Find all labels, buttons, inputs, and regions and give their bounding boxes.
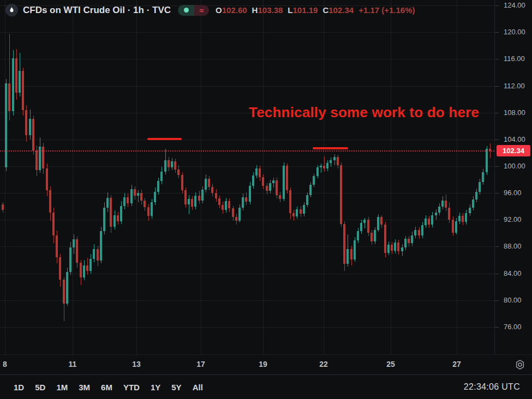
candle (266, 183, 268, 195)
range-button-5y[interactable]: 5Y (170, 382, 183, 393)
range-button-all[interactable]: All (191, 382, 205, 393)
range-button-1m[interactable]: 1M (55, 382, 69, 393)
candle (380, 215, 382, 228)
time-axis-label: 8 (0, 360, 13, 368)
price-axis-label: 76.00 (504, 323, 522, 331)
low-value: L101.19 (288, 5, 318, 15)
candle (181, 172, 183, 194)
price-axis-label: 116.00 (504, 55, 525, 63)
candle (208, 176, 210, 190)
range-button-ytd[interactable]: YTD (122, 382, 141, 393)
candle (160, 167, 163, 184)
candle (89, 254, 92, 274)
candle (188, 195, 190, 215)
candle (458, 213, 461, 224)
candle (117, 212, 119, 225)
candle (252, 172, 254, 188)
price-axis-label: 100.00 (504, 162, 525, 170)
candle (205, 174, 207, 192)
market-status-pill[interactable]: ≈ (178, 5, 209, 16)
time-axis[interactable]: 811131719222527 (0, 354, 532, 374)
time-axis-label: 13 (128, 360, 145, 368)
drawn-marker-line[interactable] (313, 147, 348, 149)
utc-clock[interactable]: 22:34:06 UTC (464, 382, 520, 392)
candle (421, 222, 423, 238)
approx-price-icon: ≈ (194, 5, 209, 16)
candle (151, 199, 153, 219)
candle (140, 190, 142, 204)
candle (154, 188, 156, 205)
candle (15, 49, 17, 100)
price-axis-tick (495, 193, 499, 194)
change-value: +1.17 (+1.16%) (358, 5, 415, 15)
candle (475, 189, 477, 203)
price-axis-tick (495, 140, 499, 140)
candle (326, 160, 328, 171)
candle (472, 196, 474, 210)
candle (174, 159, 176, 173)
range-button-6m[interactable]: 6M (99, 382, 114, 393)
price-axis-tick (495, 246, 499, 247)
candle (431, 212, 433, 227)
candle (309, 182, 312, 197)
candle (404, 236, 407, 250)
candle (242, 194, 244, 210)
candle (296, 207, 298, 219)
candle (292, 210, 295, 221)
candlestick-chart[interactable] (0, 0, 494, 354)
candle (22, 68, 24, 115)
price-axis-tick (495, 59, 499, 59)
chart-annotation-text[interactable]: Technically some work to do here (249, 104, 479, 121)
candle (384, 222, 386, 257)
candle (56, 231, 58, 263)
candle (269, 180, 271, 194)
candle (333, 154, 336, 165)
candle (177, 165, 180, 179)
drawn-marker-line[interactable] (147, 138, 182, 140)
candle (42, 143, 44, 174)
candle (211, 184, 213, 196)
chart-pane[interactable]: Technically some work to do here (0, 0, 494, 354)
symbol-title[interactable]: CFDs on WTI Crude Oil · 1h · TVC (23, 5, 171, 16)
trading-chart-app: Technically some work to do here CFDs on… (0, 0, 532, 399)
candle (323, 156, 325, 172)
candle (29, 110, 31, 140)
candle (438, 203, 440, 215)
time-axis-label: 27 (449, 360, 465, 368)
last-price-badge: 102.34 (497, 145, 530, 156)
range-button-1d[interactable]: 1D (12, 382, 26, 393)
candle (232, 206, 234, 221)
candle (49, 186, 51, 221)
price-axis-tick (495, 220, 499, 220)
candle (272, 178, 274, 188)
candle (191, 196, 193, 210)
price-axis-tick (495, 274, 499, 274)
price-axis-label: 80.00 (504, 296, 522, 304)
candle (46, 164, 48, 196)
candle (32, 116, 34, 155)
axis-settings-icon[interactable] (514, 359, 526, 371)
candle (479, 179, 481, 194)
range-button-1y[interactable]: 1Y (149, 382, 162, 393)
price-axis[interactable]: 102.34 124.00120.00116.00112.00108.00104… (494, 0, 532, 354)
candle (377, 214, 379, 232)
candle (222, 202, 224, 214)
candle (262, 174, 264, 189)
candle (12, 50, 14, 115)
candle (97, 246, 99, 266)
candle (83, 260, 85, 280)
candle (313, 174, 315, 188)
candle (276, 178, 278, 198)
candle (370, 230, 373, 245)
time-axis-label: 17 (193, 360, 209, 368)
candle (2, 202, 4, 212)
range-button-5d[interactable]: 5D (33, 382, 47, 393)
candle (320, 164, 322, 173)
candle (411, 232, 413, 246)
candle (408, 236, 410, 247)
range-button-3m[interactable]: 3M (77, 382, 92, 393)
candle (435, 209, 437, 220)
range-toolbar: 1D5D1M3M6MYTD1Y5YAll 22:34:06 UTC (0, 374, 532, 399)
candle (414, 227, 416, 238)
candle (340, 162, 342, 227)
